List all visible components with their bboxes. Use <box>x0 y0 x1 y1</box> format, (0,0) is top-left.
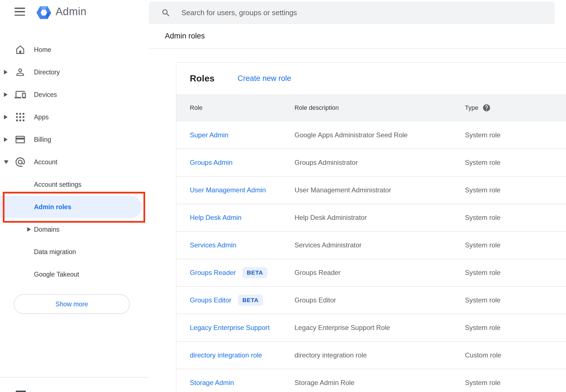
sidebar-nav: Home Directory Devices Apps Billing <box>0 38 149 286</box>
create-new-role-link[interactable]: Create new role <box>238 74 291 83</box>
sidebar: Admin Home Directory Devices Apps <box>0 0 149 392</box>
role-description: Groups Reader <box>295 269 465 277</box>
role-description: User Management Administrator <box>295 186 465 194</box>
main: Search for users, groups or settings Adm… <box>149 0 566 392</box>
sidebar-subitem-label: Admin roles <box>34 203 71 211</box>
role-link[interactable]: Services Admin <box>190 241 236 249</box>
collapse-down-icon[interactable] <box>4 160 8 164</box>
role-link[interactable]: Groups Editor <box>190 296 231 304</box>
arrow-slot <box>4 92 11 97</box>
show-more-button[interactable]: Show more <box>14 294 130 314</box>
table-row-services-admin: Services Admin Services Administrator Sy… <box>176 232 566 259</box>
menu-icon[interactable] <box>15 8 25 16</box>
sidebar-item-label: Devices <box>34 91 57 99</box>
nav-icon <box>15 89 26 100</box>
sidebar-item-label: Directory <box>34 69 60 76</box>
table-row-storage-admin: Storage Admin Storage Admin Role System … <box>176 369 566 392</box>
table-header: Role Role description Type <box>176 94 566 122</box>
column-header-description: Role description <box>295 104 465 111</box>
table-row-groups-reader: Groups Reader BETA Groups Reader System … <box>176 259 566 287</box>
expand-right-icon[interactable] <box>27 227 31 232</box>
role-link[interactable]: Super Admin <box>190 131 228 139</box>
table-row-super-admin: Super Admin Google Apps Administrator Se… <box>176 122 566 149</box>
sidebar-item-label: Home <box>34 46 51 54</box>
sidebar-item-account[interactable]: Account <box>0 151 149 173</box>
sidebar-item-directory[interactable]: Directory <box>0 61 149 83</box>
expand-right-icon[interactable] <box>4 137 8 142</box>
role-type: System role <box>465 324 566 332</box>
arrow-slot <box>4 160 11 164</box>
sidebar-item-label: Account <box>34 158 57 166</box>
feedback-icon-partial <box>16 391 26 392</box>
sidebar-subitem-google-takeout[interactable]: Google Takeout <box>0 263 149 286</box>
role-description: Groups Editor <box>295 296 465 304</box>
sidebar-subitem-label: Domains <box>34 226 60 233</box>
arrow-slot <box>4 115 11 119</box>
expand-right-icon[interactable] <box>4 70 8 74</box>
search-icon <box>161 8 171 18</box>
sidebar-subitem-label: Data migration <box>34 248 76 256</box>
role-type: System role <box>465 296 566 304</box>
column-header-role: Role <box>176 104 295 111</box>
sidebar-header: Admin <box>0 0 149 25</box>
breadcrumb: Admin roles <box>165 32 205 40</box>
expand-right-icon[interactable] <box>4 115 8 119</box>
table-row-user-management-admin: User Management Admin User Management Ad… <box>176 177 566 204</box>
sidebar-subitem-label: Account settings <box>34 181 81 188</box>
content-area: Roles Create new role Role Role descript… <box>149 49 566 392</box>
breadcrumb-row: Admin roles <box>149 24 566 49</box>
role-link[interactable]: directory integration role <box>190 351 262 359</box>
table-row-help-desk-admin: Help Desk Admin Help Desk Administrator … <box>176 204 566 232</box>
search-input[interactable]: Search for users, groups or settings <box>149 1 555 24</box>
beta-badge: BETA <box>238 295 263 306</box>
column-header-type: Type <box>465 104 478 111</box>
role-description: Services Administrator <box>295 241 465 249</box>
role-link[interactable]: Storage Admin <box>190 379 234 387</box>
role-type: Custom role <box>465 351 566 359</box>
sidebar-subitem-admin-roles[interactable]: Admin roles <box>0 196 149 218</box>
arrow-slot <box>27 227 34 232</box>
nav-icon <box>15 134 26 145</box>
table-row-legacy-enterprise-support: Legacy Enterprise Support Legacy Enterpr… <box>176 314 566 342</box>
role-type: System role <box>465 214 566 222</box>
role-type: System role <box>465 131 566 139</box>
role-description: Legacy Enterprise Support Role <box>295 324 465 332</box>
role-link[interactable]: Groups Reader <box>190 269 236 277</box>
sidebar-subitem-domains[interactable]: Domains <box>0 218 149 241</box>
sidebar-subitem-data-migration[interactable]: Data migration <box>0 241 149 263</box>
sidebar-item-home[interactable]: Home <box>0 38 149 61</box>
role-description: Groups Administrator <box>295 159 465 167</box>
role-description: Google Apps Administrator Seed Role <box>295 131 465 139</box>
table-row-groups-editor: Groups Editor BETA Groups Editor System … <box>176 287 566 314</box>
help-icon[interactable] <box>482 104 491 112</box>
table-row-directory-integration-role: directory integration role directory int… <box>176 342 566 369</box>
nav-icon <box>15 111 26 123</box>
sidebar-item-apps[interactable]: Apps <box>0 106 149 128</box>
role-type: System role <box>465 159 566 167</box>
table-body: Super Admin Google Apps Administrator Se… <box>176 122 566 392</box>
table-row-groups-admin: Groups Admin Groups Administrator System… <box>176 149 566 177</box>
card-title: Roles <box>190 73 214 84</box>
role-description: Help Desk Administrator <box>295 214 465 222</box>
sidebar-item-devices[interactable]: Devices <box>0 83 149 106</box>
role-type: System role <box>465 269 566 277</box>
sidebar-bottom-divider <box>0 377 149 378</box>
role-link[interactable]: Help Desk Admin <box>190 214 241 222</box>
card-header: Roles Create new role <box>176 63 566 94</box>
role-link[interactable]: Groups Admin <box>190 159 232 167</box>
role-description: Storage Admin Role <box>295 379 465 387</box>
sidebar-item-label: Apps <box>34 113 49 121</box>
role-type: System role <box>465 186 566 194</box>
arrow-slot <box>4 137 11 142</box>
role-link[interactable]: User Management Admin <box>190 186 266 194</box>
expand-right-icon[interactable] <box>4 92 8 97</box>
nav-icon <box>15 156 26 168</box>
sidebar-subitem-account-settings[interactable]: Account settings <box>0 173 149 196</box>
role-link[interactable]: Legacy Enterprise Support <box>190 324 270 332</box>
role-type: System role <box>465 379 566 387</box>
sidebar-item-billing[interactable]: Billing <box>0 128 149 151</box>
role-description: directory integration role <box>295 351 465 359</box>
beta-badge: BETA <box>243 267 267 278</box>
nav-icon <box>15 67 26 78</box>
roles-card: Roles Create new role Role Role descript… <box>176 62 566 392</box>
